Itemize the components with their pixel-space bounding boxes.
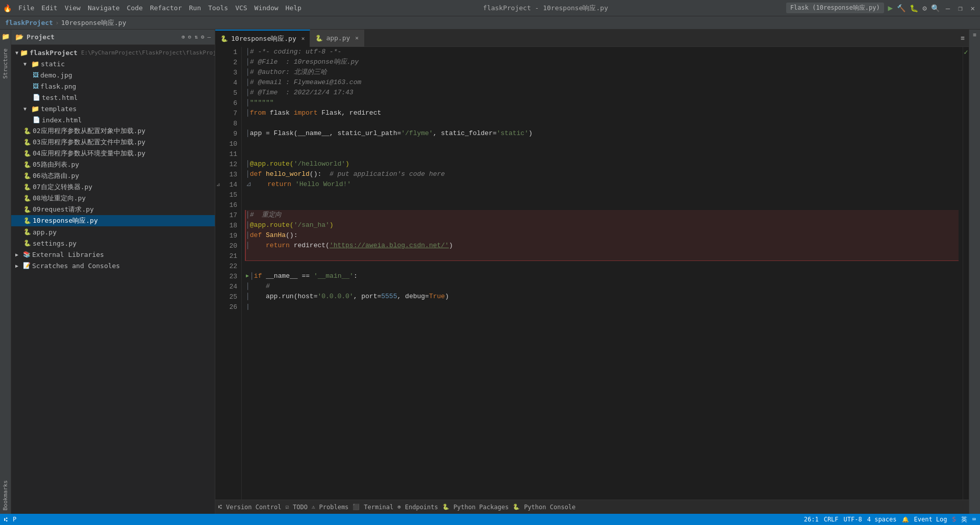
tree-item-app[interactable]: 🐍 app.py: [11, 226, 215, 238]
maximize-btn[interactable]: ❐: [956, 4, 964, 12]
tree-item-05[interactable]: 🐍 05路由列表.py: [11, 159, 215, 170]
tree-collapse-icon[interactable]: ⊖: [188, 34, 192, 40]
path-bar: flaskProject › 10response响应.py: [0, 16, 980, 30]
bookmarks-icon[interactable]: Bookmarks: [2, 480, 9, 511]
code-line-22[interactable]: [246, 261, 959, 271]
tree-item-09[interactable]: 🐍 09request请求.py: [11, 204, 215, 215]
tree-item-flask-png[interactable]: 🖼 flask.png: [11, 81, 215, 92]
tree-item-static[interactable]: ▼ 📁 static: [11, 58, 215, 69]
code-line-23[interactable]: ▶│if __name__ == '__main__':: [246, 271, 959, 281]
root-folder-icon: 📁: [20, 49, 28, 57]
debug-button[interactable]: 🐛: [910, 4, 918, 12]
file06-label: 06动态路由.py: [33, 171, 79, 180]
tab-10response[interactable]: 🐍 10response响应.py ✕: [215, 30, 310, 47]
menu-vcs[interactable]: VCS: [232, 3, 250, 13]
search-icon[interactable]: 🔍: [931, 4, 940, 12]
keyboard-icon[interactable]: ⌨: [972, 516, 976, 523]
tab-overflow-btn[interactable]: ≡: [957, 34, 969, 42]
code-line-10[interactable]: [246, 139, 959, 149]
code-line-19[interactable]: │def SanHa():: [245, 230, 959, 241]
tree-item-10[interactable]: 🐍 10response响应.py: [11, 215, 215, 226]
tree-close-icon[interactable]: —: [207, 34, 211, 40]
code-line-16[interactable]: [246, 200, 959, 210]
menu-edit[interactable]: Edit: [38, 3, 61, 13]
tree-item-07[interactable]: 🐍 07自定义转换器.py: [11, 181, 215, 193]
run-button[interactable]: ▶: [888, 3, 893, 13]
endpoints-tab[interactable]: Endpoints: [403, 503, 440, 512]
tree-item-index-html[interactable]: 📄 index.html: [11, 114, 215, 125]
menu-code[interactable]: Code: [123, 3, 146, 13]
tree-item-settings[interactable]: 🐍 settings.py: [11, 238, 215, 249]
tree-item-test-html[interactable]: 📄 test.html: [11, 92, 215, 103]
structure-icon[interactable]: Structure: [2, 48, 9, 79]
python-console-tab[interactable]: Python Console: [522, 503, 577, 512]
tree-item-root[interactable]: ▼ 📁 flaskProject E:\PyCharmProject\Flask…: [11, 47, 215, 58]
code-line-25[interactable]: │ app.run(host='0.0.0.0', port=5555, deb…: [246, 292, 959, 302]
project-name[interactable]: flaskProject: [5, 19, 53, 27]
version-control-status[interactable]: P: [13, 516, 16, 523]
code-line-5[interactable]: │# @Time : 2022/12/4 17:43: [246, 88, 959, 98]
tree-item-08[interactable]: 🐍 08地址重定向.py: [11, 193, 215, 204]
run-config-selector[interactable]: Flask (10response响应.py): [786, 3, 884, 13]
tab-10response-close[interactable]: ✕: [301, 35, 305, 42]
problems-tab[interactable]: Problems: [317, 503, 351, 512]
todo-tab[interactable]: TODO: [291, 503, 310, 512]
code-line-4[interactable]: │# @email : Flymeawei@163.com: [246, 77, 959, 88]
status-position[interactable]: 26:1: [804, 516, 819, 523]
menu-tools[interactable]: Tools: [205, 3, 232, 13]
tree-item-scratches[interactable]: ▶ 📝 Scratches and Consoles: [11, 260, 215, 271]
code-line-6[interactable]: │"""""": [246, 98, 959, 108]
code-line-1[interactable]: │# -*- coding: utf-8 -*-: [246, 47, 959, 57]
settings-icon[interactable]: ⚙: [922, 4, 926, 12]
code-line-11[interactable]: [246, 149, 959, 159]
lang-icon[interactable]: 英: [961, 515, 967, 524]
code-line-9[interactable]: │app = Flask(__name__, static_url_path='…: [246, 128, 959, 139]
tree-item-02[interactable]: 🐍 02应用程序参数从配置对象中加载.py: [11, 125, 215, 137]
menu-run[interactable]: Run: [186, 3, 205, 13]
code-line-26[interactable]: |: [246, 302, 959, 312]
menu-help[interactable]: Help: [282, 3, 305, 13]
tab-apppy[interactable]: 🐍 app.py ✕: [310, 30, 364, 47]
code-line-20[interactable]: │ return redirect('https://aweia.blog.cs…: [245, 241, 959, 251]
menu-navigate[interactable]: Navigate: [84, 3, 123, 13]
menu-view[interactable]: View: [61, 3, 84, 13]
version-control-tab[interactable]: Version Control: [224, 503, 283, 512]
tree-item-04[interactable]: 🐍 04应用程序参数从环境变量中加载.py: [11, 148, 215, 159]
code-line-12[interactable]: │@app.route('/helloworld'): [246, 159, 959, 169]
menu-file[interactable]: File: [15, 3, 38, 13]
code-line-8[interactable]: [246, 118, 959, 128]
python-packages-tab[interactable]: Python Packages: [451, 503, 511, 512]
menu-window[interactable]: Window: [251, 3, 282, 13]
minimize-btn[interactable]: —: [944, 4, 952, 12]
status-indent[interactable]: 4 spaces: [867, 516, 897, 523]
menu-refactor[interactable]: Refactor: [146, 3, 186, 13]
event-log-label[interactable]: Event Log: [914, 516, 947, 523]
status-charset[interactable]: UTF-8: [844, 516, 862, 523]
tree-settings-icon[interactable]: ⚙: [201, 34, 205, 40]
code-line-15[interactable]: [246, 190, 959, 200]
flask-png-label: flask.png: [40, 83, 76, 90]
project-icon[interactable]: 📁: [2, 33, 10, 40]
code-line-24[interactable]: │ #: [246, 281, 959, 292]
code-line-21[interactable]: [245, 251, 959, 261]
code-line-2[interactable]: │# @File : 10response响应.py: [246, 57, 959, 67]
code-line-18[interactable]: │@app.route('/san_ha'): [245, 220, 959, 230]
tree-sort-icon[interactable]: ⇅: [194, 34, 198, 40]
tab-apppy-close[interactable]: ✕: [355, 35, 359, 41]
right-sidebar-icon1[interactable]: ≡: [973, 32, 976, 38]
status-crlf[interactable]: CRLF: [824, 516, 839, 523]
tree-expand-icon[interactable]: ⊕: [182, 34, 185, 40]
code-line-13[interactable]: │def hello_world(): # put application's …: [246, 169, 959, 179]
tree-item-demo-jpg[interactable]: 🖼 demo.jpg: [11, 69, 215, 81]
tree-item-extlibs[interactable]: ▶ 📚 External Libraries: [11, 249, 215, 260]
tree-item-06[interactable]: 🐍 06动态路由.py: [11, 170, 215, 181]
code-line-7[interactable]: │from flask import Flask, redirect: [246, 108, 959, 118]
tree-item-templates[interactable]: ▼ 📁 templates: [11, 103, 215, 114]
code-line-3[interactable]: │# @author: 北漠的三哈: [246, 67, 959, 77]
code-line-17[interactable]: │# 重定向: [245, 210, 959, 220]
close-btn[interactable]: ✕: [969, 4, 977, 12]
tree-item-03[interactable]: 🐍 03应用程序参数从配置文件中加载.py: [11, 137, 215, 148]
build-button[interactable]: 🔨: [897, 4, 906, 12]
terminal-tab[interactable]: Terminal: [362, 503, 395, 512]
code-line-14[interactable]: ⊿ return 'Hello World!': [246, 179, 959, 190]
